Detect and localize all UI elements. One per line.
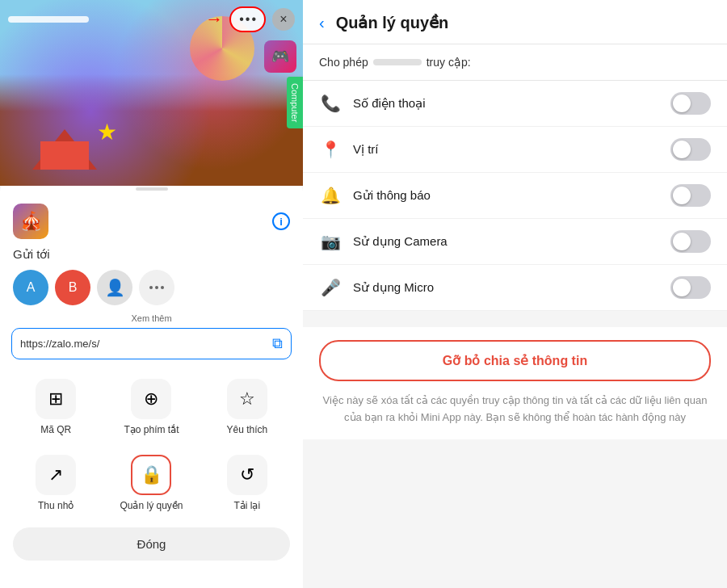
- phone-label: Số điện thoại: [353, 96, 659, 111]
- right-header: ‹ Quản lý quyền: [303, 0, 727, 44]
- quan-ly-quyen-label: Quản lý quyền: [120, 500, 183, 511]
- xem-them-label[interactable]: Xem thêm: [0, 312, 303, 328]
- dot1: •: [239, 12, 244, 27]
- dot: [161, 286, 164, 289]
- allow-prefix: Cho phép: [319, 56, 368, 69]
- more-dots: [149, 286, 164, 289]
- action-thu-nho[interactable]: ↗ Thu nhỏ: [8, 445, 103, 521]
- notification-toggle[interactable]: [670, 184, 711, 207]
- camera-label: Sử dụng Camera: [353, 234, 659, 249]
- go-bo-section: Gỡ bỏ chia sẻ thông tin Việc này sẽ xóa …: [303, 327, 727, 439]
- micro-icon: 🎤: [319, 278, 342, 297]
- location-icon: 📍: [319, 140, 342, 159]
- permission-camera: 📷 Sử dụng Camera: [303, 219, 727, 265]
- url-text: https://zalo.me/s/: [20, 338, 267, 350]
- thu-nho-icon: ↗: [48, 464, 63, 485]
- allow-row: Cho phép truy cập:: [303, 44, 727, 81]
- tao-phim-tat-icon-box: ⊕: [131, 379, 171, 419]
- tai-lai-label: Tải lại: [233, 500, 260, 511]
- yeu-thich-icon-box: ☆: [227, 379, 267, 419]
- ma-qr-label: Mã QR: [40, 424, 71, 435]
- app-header: 🎪 i: [0, 197, 303, 244]
- allow-suffix: truy cập:: [427, 56, 471, 69]
- star-decoration: ★: [97, 119, 117, 145]
- bottom-sheet: 🎪 i Gửi tới A B 👤 Xem thêm https://zalo.…: [0, 179, 303, 588]
- dots-menu-button[interactable]: • • •: [229, 6, 266, 32]
- micro-label: Sử dụng Micro: [353, 280, 659, 295]
- contact-avatar-3[interactable]: 👤: [97, 270, 132, 305]
- notification-label: Gửi thông báo: [353, 188, 659, 203]
- action-tao-phim-tat[interactable]: ⊕ Tạo phím tắt: [103, 369, 199, 445]
- computer-label: Computer: [287, 77, 303, 128]
- notification-icon: 🔔: [319, 186, 342, 205]
- quan-ly-quyen-icon-box: 🔒: [131, 455, 171, 495]
- action-ma-qr[interactable]: ⊞ Mã QR: [8, 369, 103, 445]
- allow-name-box: [373, 59, 422, 65]
- tai-lai-icon: ↺: [240, 464, 254, 485]
- dong-button[interactable]: Đóng: [13, 527, 290, 561]
- tai-lai-icon-box: ↺: [227, 455, 267, 495]
- dot: [155, 286, 158, 289]
- sheet-handle: [136, 187, 168, 191]
- game-top-bar: → • • • ×: [0, 0, 303, 39]
- permission-location: 📍 Vị trí: [303, 127, 727, 173]
- arrow-pointer: →: [205, 9, 223, 30]
- permission-notification: 🔔 Gửi thông báo: [303, 173, 727, 219]
- gui-toi-label: Gửi tới: [0, 244, 303, 267]
- permission-list: 📞 Số điện thoại 📍 Vị trí 🔔 Gửi thông báo…: [303, 81, 727, 311]
- action-grid: ⊞ Mã QR ⊕ Tạo phím tắt ☆ Yêu thích ↗: [0, 369, 303, 521]
- info-icon[interactable]: i: [272, 212, 290, 230]
- location-toggle[interactable]: [670, 138, 711, 161]
- permission-micro: 🎤 Sử dụng Micro: [303, 265, 727, 311]
- copy-icon[interactable]: ⧉: [272, 335, 283, 352]
- game-area: ★ → • • • × 🎮 Computer: [0, 0, 303, 186]
- contact-avatar-2[interactable]: B: [55, 270, 90, 305]
- left-panel: ★ → • • • × 🎮 Computer 🎪 i: [0, 0, 303, 588]
- dot2: •: [246, 12, 250, 27]
- contacts-row: A B 👤: [0, 267, 303, 312]
- tao-phim-tat-icon: ⊕: [144, 388, 158, 410]
- right-panel: ‹ Quản lý quyền Cho phép truy cập: 📞 Số …: [303, 0, 727, 588]
- location-label: Vị trí: [353, 142, 659, 157]
- yeu-thich-label: Yêu thích: [226, 424, 267, 435]
- action-tai-lai[interactable]: ↺ Tải lại: [200, 445, 295, 521]
- ma-qr-icon: ⊞: [48, 388, 63, 410]
- yeu-thich-icon: ☆: [239, 388, 255, 410]
- separator: [303, 311, 727, 327]
- thu-nho-icon-box: ↗: [36, 455, 76, 495]
- phone-icon: 📞: [319, 94, 342, 113]
- page-title: Quản lý quyền: [336, 13, 449, 32]
- micro-toggle[interactable]: [670, 276, 711, 299]
- thu-nho-label: Thu nhỏ: [38, 500, 74, 511]
- more-contacts-button[interactable]: [139, 270, 174, 305]
- close-button[interactable]: ×: [272, 8, 295, 31]
- game-controls: → • • • ×: [205, 6, 295, 32]
- go-bo-description: Việc này sẽ xóa tất cả các quyền truy cậ…: [319, 393, 711, 426]
- dot3: •: [251, 12, 256, 27]
- app-icon: 🎪: [13, 204, 48, 239]
- back-button[interactable]: ‹: [319, 14, 325, 32]
- action-yeu-thich[interactable]: ☆ Yêu thích: [200, 369, 295, 445]
- action-quan-ly-quyen[interactable]: 🔒 Quản lý quyền: [103, 445, 199, 521]
- game-title: [8, 16, 89, 23]
- permission-phone: 📞 Số điện thoại: [303, 81, 727, 127]
- house-body: [40, 141, 89, 170]
- quan-ly-quyen-icon: 🔒: [141, 464, 162, 485]
- phone-toggle[interactable]: [670, 92, 711, 115]
- camera-icon: 📷: [319, 232, 342, 251]
- camera-toggle[interactable]: [670, 230, 711, 253]
- contact-avatar-1[interactable]: A: [13, 270, 48, 305]
- ma-qr-icon-box: ⊞: [36, 379, 76, 419]
- game-icon: 🎮: [264, 40, 296, 73]
- tao-phim-tat-label: Tạo phím tắt: [124, 424, 179, 435]
- dot: [149, 286, 153, 289]
- go-bo-button[interactable]: Gỡ bỏ chia sẻ thông tin: [319, 340, 711, 381]
- url-row: https://zalo.me/s/ ⧉: [11, 328, 292, 359]
